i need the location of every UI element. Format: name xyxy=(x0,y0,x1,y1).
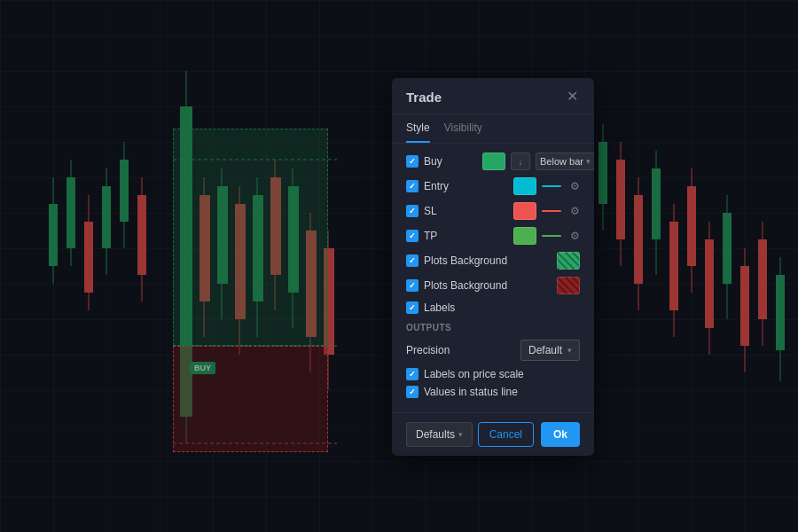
tp-settings-icon[interactable]: ⚙ xyxy=(570,230,580,242)
trade-dialog: Trade ✕ Style Visibility Buy ↓ Below bar… xyxy=(392,78,594,456)
sl-color-swatch[interactable] xyxy=(513,202,536,220)
entry-label: Entry xyxy=(424,180,508,192)
entry-row: Entry ⚙ xyxy=(406,177,580,195)
labels-price-scale-checkbox[interactable] xyxy=(406,368,419,380)
precision-chevron-icon: ▾ xyxy=(567,346,572,355)
tp-line-icon xyxy=(542,235,565,237)
precision-row: Precision Default ▾ xyxy=(406,340,580,361)
ok-button[interactable]: Ok xyxy=(541,422,580,447)
labels-price-scale-label: Labels on price scale xyxy=(424,368,524,380)
entry-color-swatch[interactable] xyxy=(513,177,536,195)
entry-checkbox[interactable] xyxy=(406,180,419,192)
values-status-line-checkbox[interactable] xyxy=(406,386,419,398)
buy-position-value: Below bar xyxy=(540,156,583,167)
tab-style[interactable]: Style xyxy=(406,114,430,143)
plots-bg-1-checkbox[interactable] xyxy=(406,254,419,267)
dialog-header: Trade ✕ xyxy=(392,78,594,114)
plots-bg-1-label: Plots Background xyxy=(424,254,552,267)
labels-price-scale-row: Labels on price scale xyxy=(406,368,580,380)
sl-row: SL ⚙ xyxy=(406,202,580,220)
tp-row: TP ⚙ xyxy=(406,227,580,245)
tab-visibility[interactable]: Visibility xyxy=(444,114,482,143)
cancel-button[interactable]: Cancel xyxy=(478,422,534,447)
buy-position-dropdown[interactable]: Below bar ▾ xyxy=(536,153,594,170)
values-status-line-row: Values in status line xyxy=(406,386,580,398)
plots-bg-1-swatch[interactable] xyxy=(557,252,580,270)
tp-checkbox[interactable] xyxy=(406,230,419,242)
dialog-tabs: Style Visibility xyxy=(392,114,594,144)
sl-label: SL xyxy=(424,205,508,217)
plots-bg-1-row: Plots Background xyxy=(406,252,580,270)
sl-line-icon xyxy=(542,210,565,212)
dialog-footer: Defaults ▾ Cancel Ok xyxy=(392,412,594,456)
sl-checkbox[interactable] xyxy=(406,205,419,217)
entry-line-icon xyxy=(542,185,565,187)
footer-actions: Cancel Ok xyxy=(478,422,580,447)
plots-bg-2-checkbox[interactable] xyxy=(406,279,419,292)
labels-checkbox[interactable] xyxy=(406,301,419,314)
defaults-chevron-icon: ▾ xyxy=(458,430,463,439)
plots-bg-2-label: Plots Background xyxy=(424,279,552,292)
defaults-label: Defaults xyxy=(416,428,455,441)
plots-bg-2-swatch[interactable] xyxy=(557,277,580,294)
close-button[interactable]: ✕ xyxy=(564,89,580,105)
defaults-button[interactable]: Defaults ▾ xyxy=(406,422,473,447)
values-status-line-label: Values in status line xyxy=(424,386,518,398)
labels-label: Labels xyxy=(424,301,580,314)
buy-color-swatch[interactable] xyxy=(482,153,505,170)
chevron-down-icon: ▾ xyxy=(586,157,591,166)
outputs-section-label: OUTPUTS xyxy=(406,323,580,332)
sl-settings-icon[interactable]: ⚙ xyxy=(570,205,580,217)
tp-color-swatch[interactable] xyxy=(513,227,536,245)
buy-label: Buy xyxy=(424,155,477,168)
precision-value: Default xyxy=(528,344,562,356)
dialog-body: Buy ↓ Below bar ▾ Entry ⚙ SL ⚙ xyxy=(392,144,594,412)
precision-label: Precision xyxy=(406,344,520,356)
entry-settings-icon[interactable]: ⚙ xyxy=(570,180,580,192)
precision-dropdown[interactable]: Default ▾ xyxy=(520,340,580,361)
labels-row: Labels xyxy=(406,301,580,314)
tp-label: TP xyxy=(424,230,508,242)
dialog-title: Trade xyxy=(406,90,442,105)
buy-checkbox[interactable] xyxy=(406,155,419,168)
plots-bg-2-row: Plots Background xyxy=(406,277,580,294)
buy-shape-btn[interactable]: ↓ xyxy=(511,153,530,170)
buy-row: Buy ↓ Below bar ▾ xyxy=(406,153,580,170)
